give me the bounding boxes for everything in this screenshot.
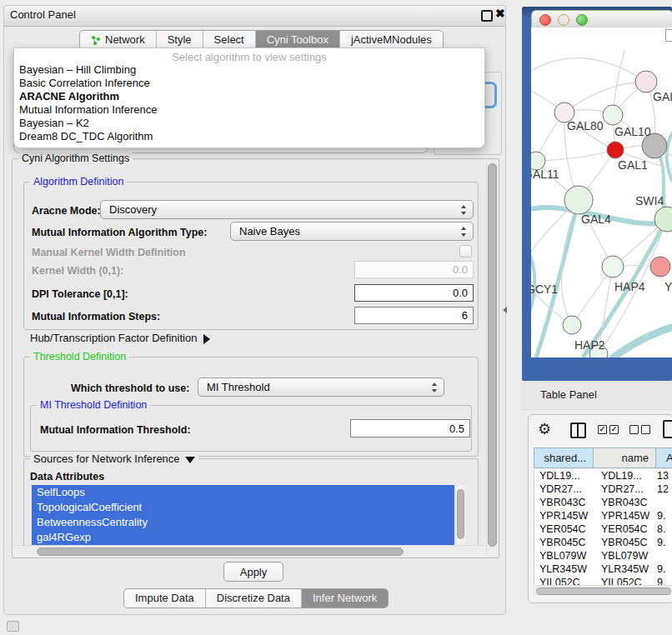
apply-button[interactable]: Apply [223, 562, 283, 582]
network-node[interactable] [563, 316, 581, 334]
file-icon[interactable] [663, 420, 672, 438]
table-row[interactable]: YIL052CYIL052C9. [534, 576, 672, 585]
split-columns-icon[interactable] [570, 422, 586, 438]
network-node[interactable] [603, 105, 623, 125]
dropdown-item[interactable]: ARACNE Algorithm [14, 90, 484, 103]
network-edge[interactable] [536, 150, 615, 161]
table-cell: 9. [657, 576, 672, 585]
settings-vscroll-thumb[interactable] [488, 163, 497, 547]
kernel-width-field[interactable]: 0.0 [354, 261, 474, 278]
table-row[interactable]: YDL19...YDL19...13 [534, 469, 672, 482]
kernel-width-label: Kernel Width (0,1): [32, 265, 123, 277]
which-threshold-combo[interactable]: MI Threshold [198, 378, 444, 397]
control-panel-title: Control Panel [10, 8, 76, 21]
node-label: SWI4 [635, 194, 664, 208]
checked-column-icon[interactable]: ✓ [609, 425, 619, 434]
network-node[interactable] [602, 256, 624, 278]
zoom-traffic-light-icon[interactable] [576, 14, 588, 26]
attributes-scroll-thumb[interactable] [457, 489, 464, 539]
minimize-traffic-light-icon[interactable] [558, 14, 569, 26]
table-row[interactable]: YBR043CYBR043C [534, 496, 672, 509]
which-threshold-label: Which threshold to use: [71, 382, 189, 394]
mi-type-label: Mutual Information Algorithm Type: [32, 227, 207, 238]
network-window-titlebar[interactable] [531, 10, 672, 29]
dropdown-item[interactable]: Dream8 DC_TDC Algorithm [14, 130, 484, 143]
close-icon[interactable]: ✖ [495, 7, 505, 20]
table-cell: YLR345W [534, 562, 594, 576]
tab-cyni-toolbox[interactable]: Cyni Toolbox [256, 31, 340, 49]
network-node[interactable] [650, 257, 670, 277]
dropdown-item[interactable]: Bayesian – K2 [14, 117, 484, 130]
mi-type-combo[interactable]: Naive Bayes [230, 222, 474, 241]
network-node[interactable] [607, 142, 624, 158]
mi-threshold-field[interactable]: 0.5 [350, 419, 470, 438]
dpi-tolerance-field[interactable]: 0.0 [354, 284, 474, 302]
tab-jactivemnodules[interactable]: jActiveMNodules [340, 31, 443, 49]
cyni-settings-group-title: Cyni Algorithm Settings [18, 152, 133, 164]
node-label: GAL80 [567, 119, 604, 132]
splitter-collapse-icon[interactable] [503, 307, 507, 313]
table-row[interactable]: YBR045CYBR045C9. [534, 536, 672, 549]
which-threshold-value: MI Threshold [207, 381, 270, 393]
table-cell: 13 [657, 469, 672, 482]
tab-select[interactable]: Select [203, 31, 256, 49]
network-node[interactable] [564, 186, 593, 214]
settings-hscroll-thumb[interactable] [37, 548, 404, 556]
table-cell: 9. [657, 509, 672, 522]
dropdown-item[interactable]: Bayesian – Hill Climbing [14, 63, 484, 77]
aracne-mode-combo[interactable]: Discovery [100, 200, 474, 219]
tab-infer-network[interactable]: Infer Network [302, 589, 388, 608]
node-label: GAL11 [531, 168, 559, 181]
attributes-scrollbar[interactable] [455, 485, 465, 547]
table-cell [657, 549, 672, 562]
table-row[interactable]: YLR345WYLR345W9. [534, 562, 672, 576]
network-edge[interactable] [531, 58, 646, 82]
table-row[interactable]: YER054CYER054C8. [534, 522, 672, 536]
settings-horizontal-scrollbar[interactable] [13, 545, 485, 557]
tab-style[interactable]: Style [157, 31, 203, 49]
settings-vertical-scrollbar[interactable] [486, 160, 498, 555]
column-header-name[interactable]: name [594, 448, 656, 468]
dropdown-item[interactable]: Mutual Information Inference [14, 103, 484, 117]
table-horizontal-scrollbar[interactable] [534, 585, 672, 596]
table-cell: YDR27... [534, 482, 594, 496]
table-row[interactable]: YDR27...YDR27...12 [534, 482, 672, 496]
attribute-item-selected[interactable]: BetweennessCentrality [32, 515, 454, 530]
dropdown-item[interactable]: Basic Correlation Inference [14, 77, 484, 90]
data-attributes-list[interactable]: SelfLoopsTopologicalCoefficientBetweenne… [32, 485, 454, 547]
tab-network-label: Network [105, 31, 145, 49]
network-canvas[interactable]: GALGAL80GAL10GAL1GAL11GAL4SWI4HAP4YGCY1H… [531, 28, 672, 358]
column-header-partial[interactable]: A [656, 448, 672, 468]
control-panel-titlebar [3, 5, 506, 27]
network-edge[interactable] [531, 271, 572, 325]
table-cell: 9. [657, 536, 672, 549]
attribute-item-selected[interactable]: SelfLoops [32, 485, 454, 500]
unchecked-column-icon[interactable] [641, 425, 650, 434]
minimized-panel-icon[interactable] [7, 621, 19, 632]
tab-discretize-data[interactable]: Discretize Data [206, 589, 302, 608]
table-cell [657, 496, 672, 509]
tab-network[interactable]: Network [80, 31, 157, 49]
node-table[interactable]: YDL19...YDL19...13YDR27...YDR27...12YBR0… [534, 469, 672, 585]
table-cell: YLR345W [594, 562, 657, 576]
attribute-item-selected[interactable]: gal4RGexp [32, 530, 454, 545]
attribute-item-selected[interactable]: TopologicalCoefficient [32, 500, 454, 515]
mi-steps-field[interactable]: 6 [354, 307, 474, 324]
network-edge-highlighted[interactable] [667, 126, 672, 194]
checked-column-icon[interactable]: ✓ [598, 425, 607, 434]
close-traffic-light-icon[interactable] [539, 14, 551, 26]
hub-definition-toggle[interactable]: Hub/Transcription Factor Definition [30, 332, 210, 344]
table-row[interactable]: YBL079WYBL079W [534, 549, 672, 562]
gear-icon[interactable]: ⚙ [538, 422, 551, 437]
sources-group-title[interactable]: Sources for Network Inference [30, 452, 198, 465]
tab-impute-data[interactable]: Impute Data [124, 589, 206, 608]
unchecked-column-icon[interactable] [629, 425, 639, 434]
column-header-shared-name[interactable]: shared... [534, 448, 594, 468]
algorithm-dropdown-popup: Select algorithm to view settings Bayesi… [13, 48, 485, 148]
manual-kernel-checkbox[interactable] [459, 245, 472, 258]
table-cell: YBL079W [594, 549, 657, 562]
float-window-icon[interactable] [481, 10, 493, 22]
network-edge-highlighted[interactable] [611, 324, 672, 358]
table-row[interactable]: YPR145WYPR145W9. [534, 509, 672, 522]
table-hscroll-thumb[interactable] [536, 588, 671, 595]
